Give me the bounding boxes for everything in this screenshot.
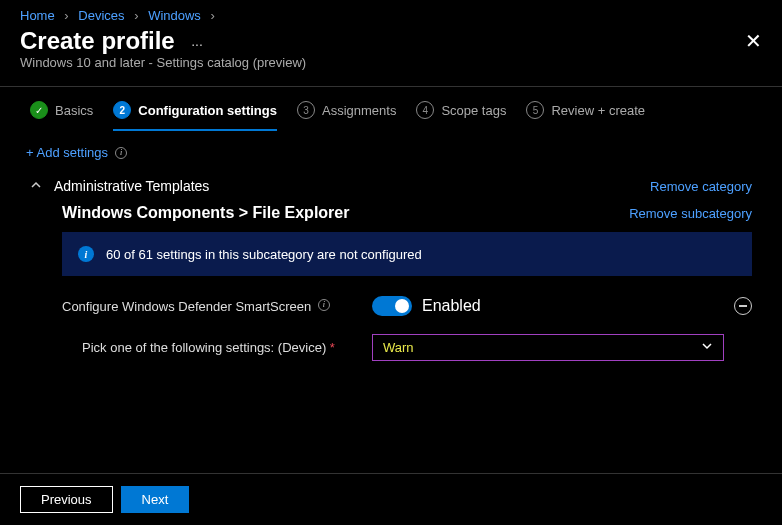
add-settings-link[interactable]: + Add settings i [0,131,782,174]
remove-setting-icon[interactable] [734,297,752,315]
close-icon[interactable]: ✕ [745,29,762,53]
more-icon[interactable]: ··· [191,36,203,52]
page-title: Create profile [20,27,175,55]
chevron-down-icon [701,340,713,355]
tab-review-create[interactable]: 5 Review + create [526,101,645,131]
page-subtitle: Windows 10 and later - Settings catalog … [0,55,782,80]
breadcrumb-devices[interactable]: Devices [78,8,124,23]
category-name: Administrative Templates [54,178,209,194]
info-banner: i 60 of 61 settings in this subcategory … [62,232,752,276]
subcategory-name: Windows Components > File Explorer [62,204,349,222]
info-icon[interactable]: i [115,147,127,159]
tab-configuration-settings[interactable]: 2 Configuration settings [113,101,277,131]
banner-text: 60 of 61 settings in this subcategory ar… [106,247,422,262]
tab-scope-tags[interactable]: 4 Scope tags [416,101,506,131]
breadcrumb: Home › Devices › Windows › [0,0,782,23]
smartscreen-toggle[interactable] [372,296,412,316]
info-icon[interactable]: i [318,299,330,311]
next-button[interactable]: Next [121,486,190,513]
remove-subcategory-link[interactable]: Remove subcategory [629,206,752,221]
setting-label: Configure Windows Defender SmartScreen i [62,299,372,314]
check-icon: ✓ [30,101,48,119]
info-icon: i [78,246,94,262]
breadcrumb-windows[interactable]: Windows [148,8,201,23]
picker-value: Warn [383,340,414,355]
picker-label: Pick one of the following settings: (Dev… [82,340,372,355]
tab-assignments[interactable]: 3 Assignments [297,101,396,131]
breadcrumb-home[interactable]: Home [20,8,55,23]
wizard-tabs: ✓ Basics 2 Configuration settings 3 Assi… [0,87,782,131]
remove-category-link[interactable]: Remove category [650,179,752,194]
picker-select[interactable]: Warn [372,334,724,361]
chevron-up-icon[interactable] [30,178,42,194]
tab-basics[interactable]: ✓ Basics [30,101,93,131]
toggle-state: Enabled [422,297,481,315]
previous-button[interactable]: Previous [20,486,113,513]
